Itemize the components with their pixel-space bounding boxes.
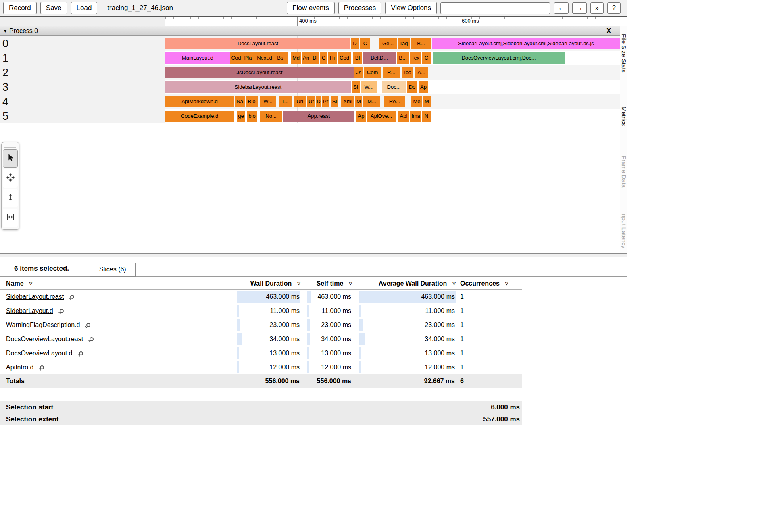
trace-slice[interactable]: ApiMarkdown.d <box>165 96 234 107</box>
trace-slice[interactable]: Doc... <box>382 81 406 93</box>
trace-slice[interactable]: W... <box>260 96 276 107</box>
trace-slice[interactable]: ge <box>237 111 245 122</box>
trace-slice[interactable]: MainLayout.d <box>165 52 230 64</box>
trace-slice[interactable]: C <box>360 38 370 49</box>
search-input[interactable] <box>440 2 550 14</box>
trace-slice[interactable]: Pr <box>322 96 329 107</box>
trace-slice[interactable]: Re... <box>384 96 405 107</box>
flow-events-button[interactable]: Flow events <box>287 2 335 14</box>
column-header-occurrences[interactable]: Occurrences ▽ <box>460 277 520 289</box>
trace-slice[interactable]: R... <box>383 67 400 78</box>
trace-slice[interactable]: Cod <box>338 52 351 64</box>
trace-slice[interactable]: DocsOverviewLayout.cmj,Doc... <box>433 52 565 64</box>
column-header-average-wall-duration[interactable]: Average Wall Duration ▽ <box>359 277 456 289</box>
trace-slice[interactable]: Do <box>407 81 417 93</box>
help-button[interactable]: ? <box>607 2 621 14</box>
trace-slice[interactable]: Ap <box>356 111 366 122</box>
trace-slice[interactable]: Me <box>411 96 422 107</box>
timing-tool-button[interactable] <box>3 209 18 227</box>
zoom-tool-button[interactable] <box>3 189 18 207</box>
tab-slices[interactable]: Slices (6) <box>90 263 136 277</box>
flame-area[interactable]: DocsLayout.reastDCGe...TagB...SidebarLay… <box>165 36 620 123</box>
trace-slice[interactable]: Bl <box>353 52 362 64</box>
trace-slice[interactable]: B... <box>397 52 409 64</box>
column-header-wall-duration[interactable]: Wall Duration ▽ <box>237 277 300 289</box>
trace-slice[interactable]: Com <box>364 67 381 78</box>
collapse-icon[interactable]: ▾ <box>4 28 6 34</box>
trace-slice[interactable]: M... <box>363 96 380 107</box>
trace-slice[interactable]: JsDocsLayout.reast <box>165 67 354 78</box>
trace-slice[interactable]: BeltD... <box>363 52 396 64</box>
more-options-button[interactable]: » <box>590 2 604 14</box>
trace-slice[interactable]: SidebarLayout.cmj,SidebarLayout.cmi,Side… <box>432 38 620 49</box>
column-header-name[interactable]: Name ▽ <box>6 277 32 289</box>
record-button[interactable]: Record <box>3 2 37 14</box>
view-options-button[interactable]: View Options <box>385 2 437 14</box>
trace-slice[interactable]: Ico <box>402 67 413 78</box>
side-tab-file-size-stats[interactable]: File Size Stats <box>621 34 627 73</box>
magnifier-icon[interactable] <box>40 365 44 369</box>
trace-slice[interactable]: Tex <box>410 52 421 64</box>
selection-tool-button[interactable] <box>3 149 18 168</box>
trace-slice[interactable]: D <box>316 96 321 107</box>
trace-slice[interactable]: Md <box>291 52 301 64</box>
trace-slice[interactable]: C <box>422 52 431 64</box>
trace-slice[interactable]: CodeExample.d <box>165 111 234 122</box>
slice-name-link[interactable]: WarningFlagDescription.d <box>6 321 80 329</box>
find-next-button[interactable]: → <box>572 2 587 14</box>
trace-slice[interactable]: D <box>351 38 359 49</box>
trace-slice[interactable]: Next.d <box>254 52 275 64</box>
processes-button[interactable]: Processes <box>338 2 381 14</box>
trace-slice[interactable]: Ut <box>307 96 315 107</box>
trace-slice[interactable]: Js <box>354 67 363 78</box>
trace-slice[interactable]: I... <box>279 96 292 107</box>
trace-slice[interactable]: M <box>355 96 362 107</box>
slice-name-link[interactable]: DocsOverviewLayout.d <box>6 350 73 357</box>
slice-name-link[interactable]: DocsOverviewLayout.reast <box>6 336 83 343</box>
trace-slice[interactable]: A... <box>415 67 428 78</box>
trace-slice[interactable]: Ge... <box>379 38 397 49</box>
trace-slice[interactable]: N <box>422 111 431 122</box>
ruler-track[interactable]: 400 ms600 ms <box>165 17 620 26</box>
pan-tool-button[interactable] <box>3 169 18 188</box>
trace-slice[interactable]: Blo <box>246 96 258 107</box>
process-header[interactable]: ▾ Process 0 X <box>0 26 620 36</box>
save-button[interactable]: Save <box>40 2 67 14</box>
slice-name-link[interactable]: SidebarLayout.d <box>6 307 53 315</box>
trace-slice[interactable]: Xml <box>341 96 354 107</box>
trace-slice[interactable]: blo <box>247 111 257 122</box>
magnifier-icon[interactable] <box>86 323 90 327</box>
trace-slice[interactable]: Si <box>331 96 338 107</box>
palette-grip-handle[interactable] <box>4 144 16 148</box>
find-previous-button[interactable]: ← <box>554 2 569 14</box>
trace-slice[interactable]: Api <box>398 111 409 122</box>
trace-slice[interactable]: Bl <box>311 52 319 64</box>
magnifier-icon[interactable] <box>79 351 83 355</box>
trace-slice[interactable]: An <box>302 52 311 64</box>
trace-slice[interactable]: Pla <box>242 52 254 64</box>
column-header-self-time[interactable]: Self time ▽ <box>307 277 352 289</box>
trace-slice[interactable]: W... <box>361 81 377 93</box>
slice-name-link[interactable]: SidebarLayout.reast <box>6 293 64 300</box>
side-tab-metrics[interactable]: Metrics <box>621 106 627 126</box>
trace-slice[interactable]: Bs_ <box>275 52 288 64</box>
slice-name-link[interactable]: ApiIntro.d <box>6 364 33 371</box>
panel-splitter[interactable] <box>0 253 627 257</box>
trace-slice[interactable]: Hi <box>328 52 337 64</box>
trace-slice[interactable]: App.reast <box>283 111 354 122</box>
trace-slice[interactable]: Ap <box>419 81 428 93</box>
trace-slice[interactable]: C <box>320 52 327 64</box>
close-process-button[interactable]: X <box>606 27 611 35</box>
trace-slice[interactable]: M <box>423 96 431 107</box>
trace-slice[interactable]: Ima <box>410 111 421 122</box>
trace-slice[interactable]: DocsLayout.reast <box>165 38 350 49</box>
magnifier-icon[interactable] <box>70 295 74 299</box>
trace-slice[interactable]: Cod <box>230 52 242 64</box>
trace-slice[interactable]: Tag <box>398 38 410 49</box>
magnifier-icon[interactable] <box>60 309 64 313</box>
trace-slice[interactable]: No... <box>260 111 282 122</box>
magnifier-icon[interactable] <box>90 337 94 341</box>
trace-slice[interactable]: Na <box>235 96 245 107</box>
trace-slice[interactable]: Si <box>352 81 360 93</box>
trace-slice[interactable]: Url <box>294 96 306 107</box>
